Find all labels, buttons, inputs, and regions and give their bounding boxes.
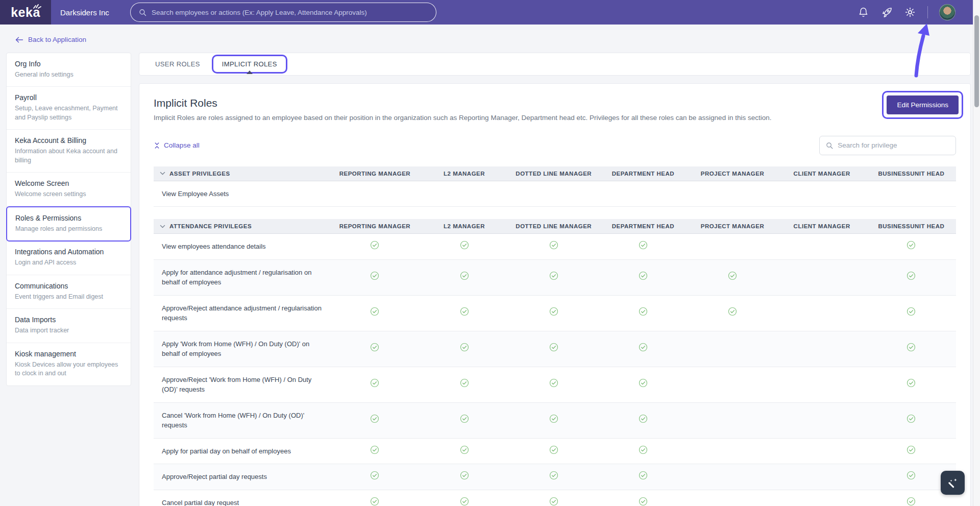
sidebar-item-payroll[interactable]: PayrollSetup, Leave encashment, Payment … [7, 87, 131, 130]
granted-check-icon [906, 343, 916, 352]
granted-check-icon [549, 307, 558, 316]
privilege-granted-cell [598, 490, 688, 506]
role-column-client-manager: CLIENT MANAGER [777, 219, 867, 234]
privilege-empty-cell [509, 181, 598, 207]
granted-check-icon [639, 445, 648, 454]
privilege-empty-cell [420, 181, 509, 207]
sidebar-item-welcome-screen[interactable]: Welcome ScreenWelcome screen settings [7, 173, 131, 207]
privilege-granted-cell [867, 295, 956, 331]
privilege-empty-cell [688, 367, 777, 402]
page-description: Implicit Roles are roles assigned to an … [154, 114, 807, 122]
role-column-project-manager: PROJECT MANAGER [688, 166, 777, 181]
granted-check-icon [370, 378, 379, 388]
granted-check-icon [728, 271, 737, 280]
role-column-department-head: DEPARTMENT HEAD [598, 219, 688, 234]
privilege-granted-cell [420, 367, 509, 402]
rocket-icon[interactable] [880, 6, 893, 18]
magic-wand-fab[interactable] [941, 471, 965, 495]
privilege-empty-cell [688, 438, 777, 464]
privilege-row: Apply for partial day on behalf of emplo… [154, 438, 956, 464]
granted-check-icon [639, 343, 648, 352]
privilege-search-input[interactable] [838, 141, 950, 149]
privilege-granted-cell [867, 402, 956, 438]
privilege-granted-cell [598, 234, 688, 260]
granted-check-icon [370, 445, 379, 454]
privilege-granted-cell [598, 259, 688, 295]
panel-title-row: Implicit Roles Implicit Roles are roles … [154, 97, 956, 122]
sidebar-item-subtitle: Event triggers and Email digest [15, 293, 122, 302]
granted-check-icon [906, 497, 916, 506]
tab-user-roles[interactable]: USER ROLES [146, 55, 209, 73]
privilege-empty-cell [688, 181, 777, 207]
granted-check-icon [460, 414, 469, 423]
privilege-granted-cell [420, 259, 509, 295]
notifications-bell-icon[interactable] [857, 6, 869, 18]
privilege-empty-cell [777, 181, 867, 207]
user-avatar[interactable] [939, 4, 955, 20]
back-arrow-icon [15, 36, 23, 43]
privilege-granted-cell [509, 367, 598, 402]
privilege-granted-cell [330, 259, 420, 295]
table-header-row: ATTENDANCE PRIVILEGESREPORTING MANAGERL2… [154, 219, 956, 234]
back-to-application-link[interactable]: Back to Application [15, 36, 86, 43]
section-title: ASSET PRIVILEGES [169, 171, 230, 177]
granted-check-icon [370, 307, 379, 316]
privilege-empty-cell [777, 464, 867, 490]
section-header-asset-privileges[interactable]: ASSET PRIVILEGES [154, 166, 330, 181]
sidebar-item-title: Integrations and Automation [15, 248, 122, 256]
privilege-search-icon [825, 141, 834, 150]
privilege-granted-cell [330, 490, 420, 506]
keka-logo[interactable]: keka [0, 0, 51, 25]
privilege-empty-cell [688, 234, 777, 260]
privilege-granted-cell [867, 259, 956, 295]
privilege-label: Apply for attendance adjustment / regula… [154, 259, 330, 295]
privilege-granted-cell [509, 331, 598, 367]
table-header-row: ASSET PRIVILEGESREPORTING MANAGERL2 MANA… [154, 166, 956, 181]
edit-permissions-button[interactable]: Edit Permissions [887, 95, 959, 114]
sidebar-item-subtitle: General info settings [15, 70, 122, 80]
privilege-row: Approve/Reject attendance adjustment / r… [154, 295, 956, 331]
sidebar-item-subtitle: Kiosk Devices allow your employees to cl… [15, 360, 122, 378]
tab-implicit-roles[interactable]: IMPLICIT ROLES [212, 55, 287, 74]
sidebar-item-data-imports[interactable]: Data ImportsData import tracker [7, 309, 131, 343]
global-search-input[interactable]: Search employees or actions (Ex: Apply L… [130, 3, 436, 22]
role-column-businessunit-head: BUSINESSUNIT HEAD [867, 219, 956, 234]
privilege-granted-cell [867, 438, 956, 464]
privilege-granted-cell [420, 438, 509, 464]
privilege-label: Approve/Reject attendance adjustment / r… [154, 295, 330, 331]
granted-check-icon [370, 497, 379, 506]
granted-check-icon [460, 471, 469, 480]
privilege-granted-cell [688, 259, 777, 295]
role-column-l2-manager: L2 MANAGER [420, 166, 509, 181]
collapse-all-link[interactable]: Collapse all [154, 141, 200, 149]
app-root: keka Darksiders Inc Search employees or … [0, 0, 980, 506]
privilege-tables: ASSET PRIVILEGESREPORTING MANAGERL2 MANA… [154, 166, 956, 506]
privilege-empty-cell [867, 181, 956, 207]
sidebar-item-communications[interactable]: CommunicationsEvent triggers and Email d… [7, 275, 131, 309]
privilege-row: Approve/Reject 'Work from Home (WFH) / O… [154, 367, 956, 402]
sidebar-item-org-info[interactable]: Org InfoGeneral info settings [7, 53, 131, 87]
privilege-empty-cell [688, 402, 777, 438]
sidebar-item-keka-account-billing[interactable]: Keka Account & BillingInformation about … [7, 130, 131, 173]
table-toolbar: Collapse all [154, 136, 956, 155]
granted-check-icon [639, 414, 648, 423]
sidebar-item-integrations-and-automation[interactable]: Integrations and AutomationLogin and API… [7, 241, 131, 275]
sidebar-item-kiosk-management[interactable]: Kiosk managementKiosk Devices allow your… [7, 343, 131, 385]
granted-check-icon [549, 414, 558, 423]
granted-check-icon [549, 471, 558, 480]
privilege-empty-cell [688, 490, 777, 506]
granted-check-icon [906, 414, 916, 423]
granted-check-icon [460, 240, 469, 250]
page-scrollbar-thumb[interactable] [974, 15, 979, 107]
collapse-icon [154, 142, 160, 149]
privilege-granted-cell [509, 464, 598, 490]
settings-gear-icon[interactable] [904, 6, 916, 18]
section-chevron-icon [160, 172, 165, 175]
granted-check-icon [370, 271, 379, 280]
granted-check-icon [460, 497, 469, 506]
privilege-empty-cell [777, 295, 867, 331]
section-header-attendance-privileges[interactable]: ATTENDANCE PRIVILEGES [154, 219, 330, 234]
granted-check-icon [639, 497, 648, 506]
tab-implicit-roles-label: IMPLICIT ROLES [222, 60, 277, 68]
sidebar-item-roles-permissions[interactable]: Roles & PermissionsManage roles and perm… [6, 206, 131, 242]
